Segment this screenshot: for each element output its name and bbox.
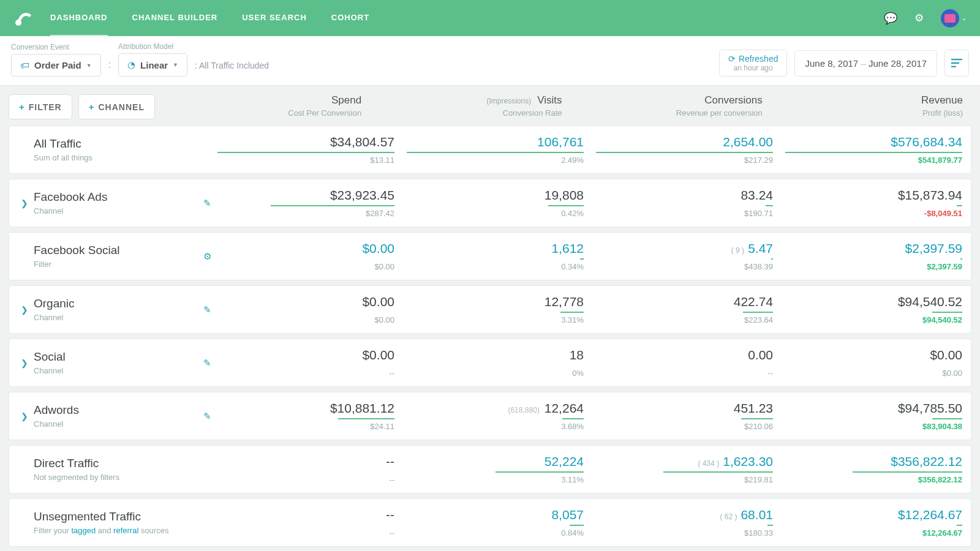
refresh-button[interactable]: ⟳Refreshed an hour ago bbox=[719, 50, 788, 77]
date-to: June 28, 2017 bbox=[869, 58, 927, 69]
pencil-icon[interactable]: ✎ bbox=[203, 304, 211, 315]
gear-icon[interactable]: ⚙ bbox=[914, 12, 924, 24]
metric-bar bbox=[580, 258, 584, 260]
expand-chevron-icon[interactable]: ❯ bbox=[15, 198, 34, 208]
toolbar: +FILTER +CHANNEL SpendCost Per Conversio… bbox=[9, 94, 971, 119]
metric-bar bbox=[570, 525, 584, 526]
conversion-event-select[interactable]: 🏷 Order Paid ▼ bbox=[11, 54, 101, 77]
metric-rev: $356,822.12$356,822.12 bbox=[785, 454, 962, 484]
filter-bar: Conversion Event 🏷 Order Paid ▼ : Attrib… bbox=[0, 36, 980, 86]
metric-value: 451.23 bbox=[596, 401, 773, 416]
metric-rev: $94,785.50$83,904.38 bbox=[785, 401, 962, 431]
metric-bar bbox=[560, 312, 584, 313]
nav-dashboard[interactable]: DASHBOARD bbox=[50, 0, 108, 37]
metric-bar bbox=[562, 418, 584, 419]
attribution-model-select[interactable]: ◔ Linear ▼ bbox=[118, 53, 187, 77]
table-row: All TrafficSum of all things$34,804.57$1… bbox=[9, 126, 971, 174]
row-title: Facebook Ads bbox=[34, 190, 107, 204]
row-title: Direct Traffic bbox=[34, 457, 119, 470]
row-name-cell: Facebook SocialFilter⚙ bbox=[34, 244, 217, 269]
pie-icon: ◔ bbox=[127, 59, 135, 70]
metric-bar bbox=[932, 312, 962, 313]
metric-visits: (618,880)12,2643.68% bbox=[407, 401, 584, 431]
col-conversions[interactable]: ConversionsRevenue per conversion bbox=[562, 94, 762, 118]
row-name-cell: SocialChannel✎ bbox=[34, 350, 217, 375]
metric-sub: $0.00 bbox=[785, 369, 962, 378]
row-subtitle: Not segmented by filters bbox=[34, 473, 119, 482]
metric-value: $0.00 bbox=[785, 348, 962, 362]
gear-icon[interactable]: ⚙ bbox=[203, 251, 211, 262]
metric-bar bbox=[271, 205, 394, 206]
pencil-icon[interactable]: ✎ bbox=[203, 358, 211, 369]
content: +FILTER +CHANNEL SpendCost Per Conversio… bbox=[0, 86, 980, 551]
table-row: Unsegmented TrafficFilter your tagged an… bbox=[9, 498, 971, 547]
metric-conv: ( 9 )5.47$438.39 bbox=[596, 241, 773, 271]
metric-rev: $576,684.34$541,879.77 bbox=[785, 135, 962, 165]
metric-bar bbox=[407, 152, 584, 153]
metric-bar bbox=[596, 152, 773, 153]
metric-value: -- bbox=[217, 508, 394, 522]
metric-rev: $94,540.52$94,540.52 bbox=[785, 294, 962, 324]
row-title: Adwords bbox=[34, 403, 79, 417]
table-row: ❯Facebook AdsChannel✎$23,923.45$287.4219… bbox=[9, 179, 971, 227]
metric-sub: $0.00 bbox=[217, 262, 394, 271]
chevron-down-icon: ▼ bbox=[86, 62, 92, 69]
metric-value: ( 434 )1,623.30 bbox=[596, 454, 773, 469]
row-name-cell: Direct TrafficNot segmented by filters bbox=[34, 457, 217, 482]
row-metrics: $34,804.57$13.11106,7612.49%2,654.00$217… bbox=[217, 135, 962, 165]
row-metrics: ----8,0570.84%( 62 )68.01$180.33$12,264.… bbox=[217, 508, 962, 538]
col-revenue[interactable]: RevenueProfit (loss) bbox=[763, 94, 963, 118]
metric-value: $576,684.34 bbox=[785, 135, 962, 149]
metric-sub: 0.34% bbox=[407, 262, 584, 271]
add-channel-button[interactable]: +CHANNEL bbox=[78, 94, 155, 119]
metric-value: 106,761 bbox=[407, 135, 584, 149]
col-visits[interactable]: (Impressions)VisitsConversion Rate bbox=[361, 94, 562, 118]
pencil-icon[interactable]: ✎ bbox=[203, 411, 211, 422]
metric-sub: 0.84% bbox=[407, 528, 584, 538]
nav-cohort[interactable]: COHORT bbox=[331, 0, 369, 37]
metric-conv: ( 434 )1,623.30$219.81 bbox=[596, 454, 773, 484]
table-row: ❯AdwordsChannel✎$10,881.12$24.11(618,880… bbox=[9, 392, 971, 440]
metric-value: $0.00 bbox=[217, 294, 394, 309]
metric-sub: -- bbox=[217, 369, 394, 378]
metric-value: 12,778 bbox=[407, 294, 584, 309]
metric-bar bbox=[932, 418, 962, 419]
sort-button[interactable] bbox=[944, 50, 969, 77]
expand-chevron-icon[interactable]: ❯ bbox=[15, 411, 34, 421]
col-spend[interactable]: SpendCost Per Conversion bbox=[161, 94, 361, 118]
metric-visits: 106,7612.49% bbox=[407, 135, 584, 165]
metric-rev: $12,264.67$12,264.67 bbox=[785, 508, 962, 538]
metric-sub: $210.06 bbox=[596, 422, 773, 431]
table-row: Facebook SocialFilter⚙$0.00$0.001,6120.3… bbox=[9, 232, 971, 280]
nav-channel-builder[interactable]: CHANNEL BUILDER bbox=[132, 0, 218, 37]
pencil-icon[interactable]: ✎ bbox=[203, 198, 211, 209]
metric-value: $0.00 bbox=[217, 241, 394, 256]
row-subtitle: Channel bbox=[34, 366, 66, 375]
metric-conv: 451.23$210.06 bbox=[596, 401, 773, 431]
row-name-cell: All TrafficSum of all things bbox=[34, 137, 217, 162]
metric-sub: $287.42 bbox=[217, 209, 394, 218]
expand-chevron-icon[interactable]: ❯ bbox=[15, 305, 34, 315]
metric-sub: $356,822.12 bbox=[785, 475, 962, 484]
row-name-cell: Unsegmented TrafficFilter your tagged an… bbox=[34, 510, 217, 535]
date-range-picker[interactable]: June 8, 2017 – June 28, 2017 bbox=[794, 50, 937, 77]
metric-sub: $219.81 bbox=[596, 475, 773, 484]
nav-links: DASHBOARDCHANNEL BUILDERUSER SEARCHCOHOR… bbox=[50, 0, 369, 37]
row-name-cell: Facebook AdsChannel✎ bbox=[34, 190, 217, 216]
metric-conv: 0.00-- bbox=[596, 348, 773, 378]
metric-value: 2,654.00 bbox=[596, 135, 773, 149]
plus-icon: + bbox=[89, 102, 95, 112]
metric-spend: $0.00$0.00 bbox=[217, 241, 394, 271]
add-filter-button[interactable]: +FILTER bbox=[9, 94, 72, 119]
row-title: Organic bbox=[34, 297, 75, 310]
table-row: ❯SocialChannel✎$0.00--180%0.00--$0.00$0.… bbox=[9, 339, 971, 387]
metric-bar bbox=[767, 525, 773, 526]
chat-icon[interactable]: 💬 bbox=[884, 12, 897, 25]
metric-value: 83.24 bbox=[596, 188, 773, 203]
expand-chevron-icon[interactable]: ❯ bbox=[15, 358, 34, 368]
row-subtitle: Filter bbox=[34, 260, 119, 269]
nav-user-search[interactable]: USER SEARCH bbox=[242, 0, 307, 37]
avatar-icon bbox=[941, 9, 959, 28]
user-menu[interactable]: ⌄ bbox=[941, 9, 967, 28]
metric-sub: 3.31% bbox=[407, 315, 584, 324]
